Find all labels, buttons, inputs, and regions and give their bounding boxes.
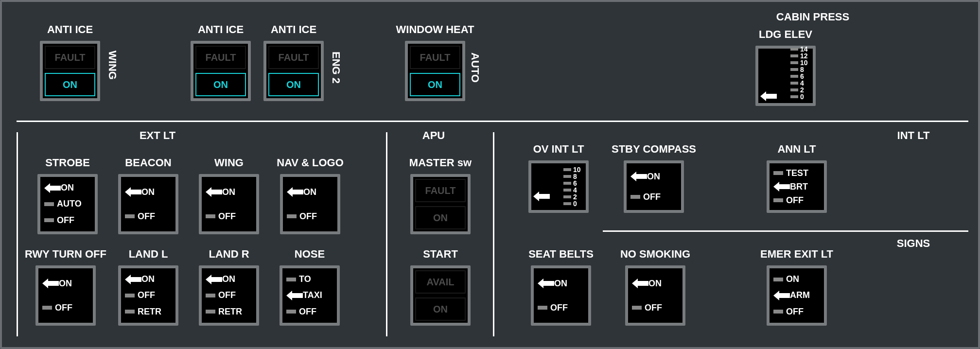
stby-compass-title: STBY COMPASS bbox=[612, 143, 696, 156]
switch-position: ON bbox=[287, 185, 333, 199]
strobe-title: STROBE bbox=[45, 157, 90, 169]
position-label: OFF bbox=[645, 303, 662, 313]
section-int-lt-label: INT LT bbox=[877, 129, 950, 142]
emer-exit-lt-switch[interactable]: ONARMOFF bbox=[767, 265, 827, 326]
nose-switch[interactable]: TOTAXIOFF bbox=[280, 265, 340, 326]
ldg-elev-selector[interactable]: 02468101214 bbox=[755, 46, 816, 106]
position-tick bbox=[42, 306, 52, 310]
knob-pointer-icon bbox=[125, 186, 141, 198]
no-smoking-group: NO SMOKING ONOFF bbox=[607, 248, 704, 326]
switch-position: RETR bbox=[125, 305, 172, 318]
emer-exit-lt-title: EMER EXIT LT bbox=[760, 248, 833, 261]
rwy-turn-off-title: RWY TURN OFF bbox=[25, 248, 106, 261]
nose-title: NOSE bbox=[295, 248, 325, 261]
knob-pointer-icon bbox=[206, 274, 222, 285]
position-label: OFF bbox=[138, 290, 155, 300]
anti-ice-eng1-title: ANTI ICE bbox=[198, 23, 244, 36]
scale-row: 6 bbox=[551, 180, 584, 187]
switch-position: BRT bbox=[773, 180, 820, 193]
svg-marker-3 bbox=[206, 187, 222, 197]
anti-ice-eng2-button[interactable]: FAULT ON bbox=[263, 41, 324, 101]
section-signs-label: SIGNS bbox=[877, 237, 950, 250]
land-r-group: LAND R ONOFFRETR bbox=[192, 248, 265, 326]
apu-master-button[interactable]: FAULT ON bbox=[410, 174, 471, 234]
svg-marker-2 bbox=[125, 187, 141, 197]
scale-tick bbox=[563, 202, 571, 205]
position-label: ON bbox=[554, 279, 567, 289]
svg-marker-14 bbox=[773, 291, 790, 300]
apu-start-group: START AVAIL ON bbox=[397, 248, 484, 326]
no-smoking-title: NO SMOKING bbox=[620, 248, 690, 261]
position-label: RETR bbox=[138, 307, 161, 317]
apu-master-title: MASTER sw bbox=[409, 157, 472, 169]
switch-position: ARM bbox=[773, 289, 820, 302]
land-l-switch[interactable]: ONOFFRETR bbox=[118, 265, 178, 326]
apu-start-state: ON bbox=[415, 297, 466, 321]
position-label: TO bbox=[299, 274, 311, 284]
apu-start-button[interactable]: AVAIL ON bbox=[410, 265, 471, 326]
no-smoking-switch[interactable]: ONOFF bbox=[625, 265, 685, 326]
scale-row: 4 bbox=[778, 80, 811, 87]
position-label: OFF bbox=[299, 307, 316, 317]
scale-row: 6 bbox=[778, 73, 811, 80]
position-tick bbox=[125, 310, 135, 314]
position-label: OFF bbox=[550, 303, 568, 313]
scale-tick bbox=[563, 168, 571, 171]
position-label: OFF bbox=[786, 307, 804, 317]
svg-marker-6 bbox=[125, 275, 141, 284]
position-tick bbox=[632, 306, 642, 310]
ann-lt-group: ANN LT TESTBRTOFF bbox=[755, 143, 838, 213]
seat-belts-switch[interactable]: ONOFF bbox=[531, 265, 591, 326]
switch-position: TEST bbox=[773, 166, 820, 180]
switch-position: ON bbox=[206, 273, 252, 286]
scale-row: 2 bbox=[778, 87, 811, 93]
nav-logo-title: NAV & LOGO bbox=[277, 157, 344, 169]
position-tick bbox=[44, 218, 54, 222]
switch-position: ON bbox=[206, 185, 252, 199]
switch-position: ON bbox=[125, 273, 172, 286]
beacon-switch[interactable]: ONOFF bbox=[118, 174, 178, 234]
stby-compass-switch[interactable]: ONOFF bbox=[624, 160, 684, 213]
divider-top bbox=[17, 121, 968, 122]
position-tick bbox=[44, 202, 54, 206]
svg-marker-9 bbox=[533, 192, 550, 201]
scale-row: 2 bbox=[551, 193, 584, 200]
strobe-switch[interactable]: ONAUTOOFF bbox=[37, 174, 98, 234]
anti-ice-wing-button[interactable]: FAULT ON bbox=[40, 41, 100, 101]
anti-ice-eng2-side-label: ENG 2 bbox=[330, 52, 342, 84]
position-tick bbox=[286, 310, 296, 314]
window-heat-button[interactable]: FAULT ON bbox=[405, 41, 465, 101]
knob-pointer-icon bbox=[42, 278, 59, 289]
knob-pointer-icon bbox=[286, 290, 303, 301]
rwy-turn-off-switch[interactable]: ONOFF bbox=[35, 265, 96, 326]
apu-master-fault: FAULT bbox=[415, 179, 466, 202]
switch-position: AUTO bbox=[44, 197, 91, 211]
position-label: BRT bbox=[790, 182, 808, 192]
nav-logo-switch[interactable]: ONOFF bbox=[280, 174, 340, 234]
anti-ice-eng1-button[interactable]: FAULT ON bbox=[191, 41, 251, 101]
position-label: OFF bbox=[643, 192, 661, 202]
position-label: ON bbox=[141, 274, 155, 284]
position-tick bbox=[773, 171, 783, 175]
anti-ice-wing-state: ON bbox=[45, 73, 95, 96]
knob-pointer-icon bbox=[630, 171, 647, 182]
nav-logo-group: NAV & LOGO ONOFF bbox=[266, 157, 354, 234]
land-l-title: LAND L bbox=[129, 248, 168, 261]
scale-tick bbox=[790, 95, 798, 98]
ann-lt-switch[interactable]: TESTBRTOFF bbox=[767, 160, 827, 213]
ov-int-lt-group: OV INT LT 0246810 bbox=[517, 143, 600, 213]
scale-tick bbox=[790, 54, 798, 57]
position-tick bbox=[206, 310, 215, 314]
ov-int-lt-selector[interactable]: 0246810 bbox=[528, 160, 589, 213]
divider-ext-apu bbox=[386, 132, 387, 336]
anti-ice-wing-group: ANTI ICE FAULT ON bbox=[40, 23, 100, 101]
knob-pointer-icon bbox=[632, 278, 648, 289]
knob-pointer-icon bbox=[773, 181, 790, 192]
svg-marker-4 bbox=[287, 187, 303, 197]
land-r-switch[interactable]: ONOFFRETR bbox=[199, 265, 259, 326]
position-tick bbox=[286, 278, 296, 281]
wing-light-switch[interactable]: ONOFF bbox=[199, 174, 259, 234]
switch-position: OFF bbox=[44, 213, 91, 227]
scale-tick bbox=[790, 82, 798, 85]
scale-row: 14 bbox=[778, 46, 811, 52]
